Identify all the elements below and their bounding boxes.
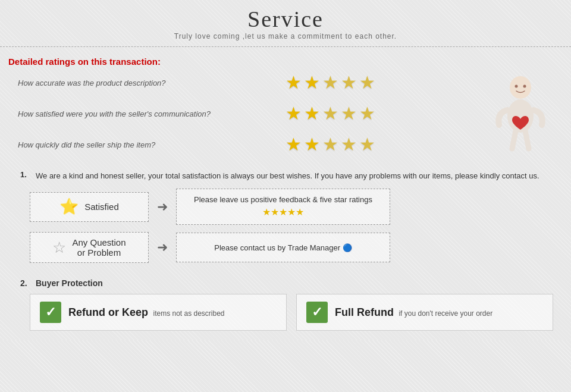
rating-row-2: How satisfied were you with the seller's… — [18, 102, 482, 125]
stars-group-2: ★ ★ ★ ★ ★ — [286, 105, 375, 123]
star-2-5: ★ — [359, 105, 375, 123]
satisfied-box: ⭐ Satisfied — [30, 192, 149, 222]
list-section: 1. We are a kind and honest seller, your… — [0, 164, 571, 278]
star-1-2: ★ — [304, 74, 320, 92]
checkmark-icon-2 — [306, 302, 328, 323]
rating-question-3: How quickly did the seller ship the item… — [18, 140, 280, 149]
arrow-icon-1: ➜ — [157, 199, 168, 215]
full-refund-text: Full Refund if you don't receive your or… — [335, 306, 492, 319]
arrow-icon-2: ➜ — [157, 240, 168, 255]
buyer-protection-title: Buyer Protection — [36, 278, 103, 288]
satisfied-icon: ⭐ — [59, 197, 79, 216]
star-1-4: ★ — [341, 74, 357, 92]
trade-manager-box: Please contact us by Trade Manager 🔵 — [176, 233, 390, 262]
star-3-3: ★ — [322, 136, 338, 153]
star-3-4: ★ — [341, 136, 357, 153]
star-2-2: ★ — [304, 105, 320, 123]
stars-group-3: ★ ★ ★ ★ ★ — [286, 136, 375, 153]
question-box: ☆ Any Question or Problem — [30, 232, 149, 263]
star-3-2: ★ — [304, 136, 320, 153]
ratings-list: How accurate was the product description… — [18, 71, 482, 164]
section-title: Detailed ratings on this transaction: — [0, 51, 571, 71]
rating-row-3: How quickly did the seller ship the item… — [18, 133, 482, 156]
full-refund-main: Full Refund — [335, 306, 394, 318]
svg-point-3 — [523, 85, 526, 88]
refund-keep-sub: items not as described — [153, 309, 224, 318]
svg-point-2 — [515, 85, 518, 88]
page-container: Service Truly love coming ,let us make a… — [0, 0, 571, 340]
star-2-4: ★ — [341, 105, 357, 123]
full-refund-box: Full Refund if you don't receive your or… — [296, 294, 553, 331]
ratings-area: How accurate was the product description… — [0, 71, 571, 164]
rating-question-2: How satisfied were you with the seller's… — [18, 109, 280, 118]
positive-feedback-box: Please leave us positive feedback & five… — [176, 189, 390, 225]
refund-or-keep-box: Refund or Keep items not as described — [30, 294, 287, 331]
refund-or-keep-text: Refund or Keep items not as described — [68, 306, 225, 319]
star-1-3: ★ — [322, 74, 338, 92]
checkmark-icon-1 — [40, 302, 61, 323]
star-2-1: ★ — [286, 105, 302, 123]
list-item-1: 1. We are a kind and honest seller, your… — [18, 170, 553, 263]
buyer-section: 2. Buyer Protection Refund or Keep items… — [0, 278, 571, 340]
question-label: Any Question or Problem — [72, 237, 126, 258]
refund-keep-main: Refund or Keep — [68, 306, 148, 318]
satisfied-label: Satisfied — [84, 202, 119, 212]
header-subtitle: Truly love coming ,let us make a commitm… — [0, 32, 571, 40]
positive-feedback-text: Please leave us positive feedback & five… — [186, 194, 380, 220]
star-2-3: ★ — [322, 105, 338, 123]
star-3-1: ★ — [286, 136, 302, 153]
list-number-2: 2. — [20, 278, 32, 288]
feedback-row-question: ☆ Any Question or Problem ➜ Please conta… — [30, 232, 553, 263]
rating-row-1: How accurate was the product description… — [18, 71, 482, 94]
list-number-1: 1. — [20, 170, 32, 179]
header-divider — [0, 46, 571, 47]
feedback-boxes: ⭐ Satisfied ➜ Please leave us positive f… — [30, 189, 553, 264]
character-image — [488, 71, 553, 155]
character-svg — [491, 74, 550, 152]
star-1-5: ★ — [359, 74, 375, 92]
protection-boxes: Refund or Keep items not as described Fu… — [30, 294, 553, 331]
star-1-1: ★ — [286, 74, 302, 92]
question-icon: ☆ — [52, 239, 66, 257]
feedback-row-satisfied: ⭐ Satisfied ➜ Please leave us positive f… — [30, 189, 553, 225]
inline-stars: ★★★★★ — [262, 207, 304, 217]
star-3-5: ★ — [359, 136, 375, 153]
full-refund-sub: if you don't receive your order — [399, 309, 492, 318]
header-section: Service Truly love coming ,let us make a… — [0, 0, 571, 43]
trade-manager-text: Please contact us by Trade Manager 🔵 — [214, 242, 352, 254]
page-title: Service — [0, 6, 571, 32]
list-text-1: We are a kind and honest seller, your to… — [36, 170, 539, 183]
svg-point-0 — [510, 76, 531, 99]
rating-question-1: How accurate was the product description… — [18, 79, 280, 87]
stars-group-1: ★ ★ ★ ★ ★ — [286, 74, 375, 92]
